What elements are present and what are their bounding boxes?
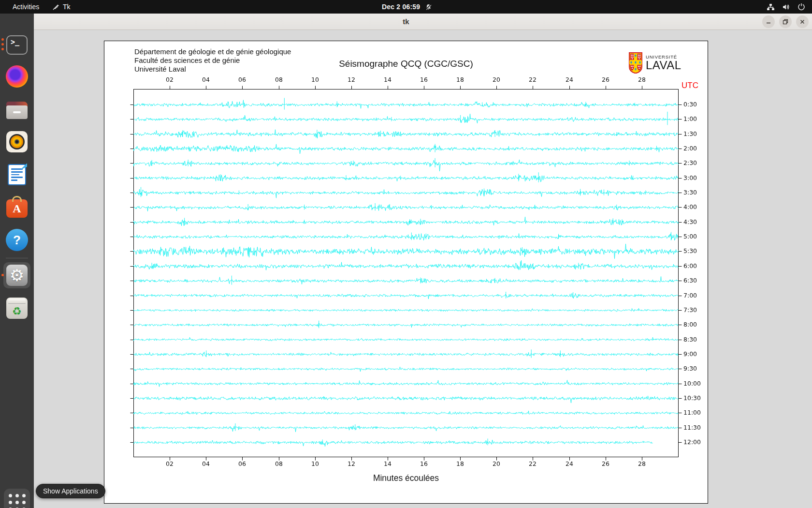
network-wired-icon bbox=[767, 3, 775, 11]
rhythmbox-speaker-icon bbox=[6, 131, 28, 152]
utc-row-label: 10:00 bbox=[683, 380, 701, 387]
utc-row-label: 2:00 bbox=[683, 145, 697, 152]
notifications-off-bell-icon bbox=[425, 3, 432, 11]
running-indicator-dot bbox=[1, 274, 4, 276]
activities-button[interactable]: Activities bbox=[9, 0, 43, 14]
x-axis-title: Minutes écoulées bbox=[104, 473, 708, 483]
window-titlebar[interactable]: tk bbox=[34, 14, 812, 30]
dock-item-settings[interactable]: ⚙ bbox=[5, 264, 29, 287]
utc-row-label: 8:30 bbox=[683, 336, 697, 343]
utc-axis-label: UTC bbox=[682, 81, 698, 90]
x-tick-label-bottom: 14 bbox=[381, 460, 394, 467]
utc-row-label: 1:30 bbox=[683, 130, 697, 137]
x-tick-label-top: 12 bbox=[345, 76, 358, 83]
show-applications-button[interactable] bbox=[4, 489, 30, 508]
system-status-area[interactable] bbox=[767, 0, 805, 14]
tk-feather-icon bbox=[52, 3, 59, 11]
utc-row-label: 7:00 bbox=[683, 292, 697, 299]
dock-item-help[interactable]: ? bbox=[5, 228, 29, 252]
dock-item-terminal[interactable]: >_ bbox=[5, 33, 29, 57]
show-applications-tooltip: Show Applications bbox=[36, 484, 105, 498]
x-tick-label-top: 16 bbox=[418, 76, 430, 83]
x-tick-label-top: 14 bbox=[381, 76, 394, 83]
utc-row-label: 7:30 bbox=[683, 306, 697, 314]
close-button[interactable] bbox=[796, 15, 809, 28]
utc-row-label: 5:00 bbox=[683, 233, 697, 240]
universite-laval-logo: UNIVERSITÉ LAVAL bbox=[629, 52, 682, 75]
dock-item-writer[interactable] bbox=[5, 163, 29, 186]
x-tick-label-bottom: 28 bbox=[636, 460, 648, 467]
window-title: tk bbox=[34, 14, 778, 30]
utc-row-label: 5:30 bbox=[683, 247, 697, 254]
figure-title: Séismographe QCQ (CGC/GSC) bbox=[104, 59, 708, 69]
app-indicator-label: Tk bbox=[63, 3, 71, 11]
x-tick-label-top: 08 bbox=[273, 76, 285, 83]
utc-row-label: 8:00 bbox=[683, 321, 697, 328]
help-question-icon: ? bbox=[6, 229, 28, 251]
utc-row-label: 10:30 bbox=[683, 394, 701, 402]
seismograph-figure: Département de géologie et de génie géol… bbox=[104, 41, 708, 504]
dock-item-trash[interactable]: ♻ bbox=[5, 297, 29, 320]
x-tick-label-bottom: 18 bbox=[454, 460, 466, 467]
utc-row-label: 3:00 bbox=[683, 174, 697, 181]
x-tick-label-bottom: 26 bbox=[599, 460, 612, 467]
utc-row-label: 12:00 bbox=[683, 438, 701, 446]
app-indicator[interactable]: Tk bbox=[52, 0, 71, 14]
clock-label: Dec 2 06:59 bbox=[382, 3, 420, 11]
x-tick-label-top: 06 bbox=[236, 76, 248, 83]
minimize-button[interactable] bbox=[762, 15, 775, 28]
clock-menu[interactable]: Dec 2 06:59 bbox=[382, 0, 432, 14]
x-tick-label-bottom: 08 bbox=[273, 460, 285, 467]
x-tick-label-top: 18 bbox=[454, 76, 466, 83]
x-tick-label-bottom: 22 bbox=[526, 460, 539, 467]
utc-row-label: 2:30 bbox=[683, 159, 697, 166]
x-tick-label-top: 22 bbox=[526, 76, 539, 83]
running-indicator-dot bbox=[1, 43, 4, 45]
x-tick-label-top: 04 bbox=[200, 76, 212, 83]
x-tick-label-bottom: 16 bbox=[418, 460, 430, 467]
trash-recycle-icon: ♻ bbox=[6, 298, 28, 319]
address-line: Département de géologie et de génie géol… bbox=[134, 47, 291, 56]
x-tick-label-top: 26 bbox=[599, 76, 612, 83]
x-tick-label-bottom: 12 bbox=[345, 460, 358, 467]
files-folder-icon bbox=[6, 102, 28, 119]
ubuntu-software-icon: A bbox=[6, 199, 28, 218]
running-indicator-dot bbox=[1, 38, 4, 41]
x-tick-label-top: 24 bbox=[563, 76, 576, 83]
utc-row-label: 4:30 bbox=[683, 218, 697, 225]
utc-row-label: 4:00 bbox=[683, 203, 697, 210]
utc-row-label: 11:30 bbox=[683, 424, 701, 431]
utc-row-label: 1:00 bbox=[683, 115, 697, 122]
power-icon bbox=[798, 3, 805, 11]
dock-separator bbox=[6, 258, 28, 258]
x-tick-label-top: 20 bbox=[490, 76, 503, 83]
running-indicator-dot bbox=[1, 48, 4, 50]
dock-item-files[interactable] bbox=[5, 99, 29, 122]
seismogram-canvas bbox=[104, 41, 708, 503]
utc-row-label: 0:30 bbox=[683, 101, 697, 108]
utc-row-label: 9:30 bbox=[683, 365, 697, 372]
libreoffice-writer-icon bbox=[8, 164, 26, 185]
maximize-button[interactable] bbox=[779, 15, 792, 28]
gear-icon: ⚙ bbox=[6, 265, 28, 286]
dock: >_ A ? ⚙ ♻ bbox=[0, 14, 34, 508]
utc-row-label: 3:30 bbox=[683, 189, 697, 196]
tk-window: tk Département de géologie et de génie g… bbox=[34, 14, 812, 508]
firefox-icon bbox=[6, 65, 28, 88]
laval-shield-icon bbox=[629, 52, 642, 75]
x-tick-label-bottom: 04 bbox=[200, 460, 212, 467]
utc-row-label: 9:00 bbox=[683, 350, 697, 358]
x-tick-label-bottom: 20 bbox=[490, 460, 503, 467]
utc-row-label: 6:30 bbox=[683, 277, 697, 284]
dock-item-firefox[interactable] bbox=[5, 65, 29, 88]
dock-item-software[interactable]: A bbox=[5, 195, 29, 219]
volume-icon bbox=[782, 3, 790, 11]
x-tick-label-bottom: 02 bbox=[163, 460, 176, 467]
utc-row-label: 6:00 bbox=[683, 262, 697, 269]
x-tick-label-top: 02 bbox=[163, 76, 176, 83]
terminal-icon: >_ bbox=[6, 35, 28, 55]
window-content: Département de géologie et de génie géol… bbox=[34, 30, 812, 508]
dock-item-rhythmbox[interactable] bbox=[5, 130, 29, 153]
x-tick-label-bottom: 06 bbox=[236, 460, 248, 467]
logo-text-laval: LAVAL bbox=[646, 60, 682, 71]
